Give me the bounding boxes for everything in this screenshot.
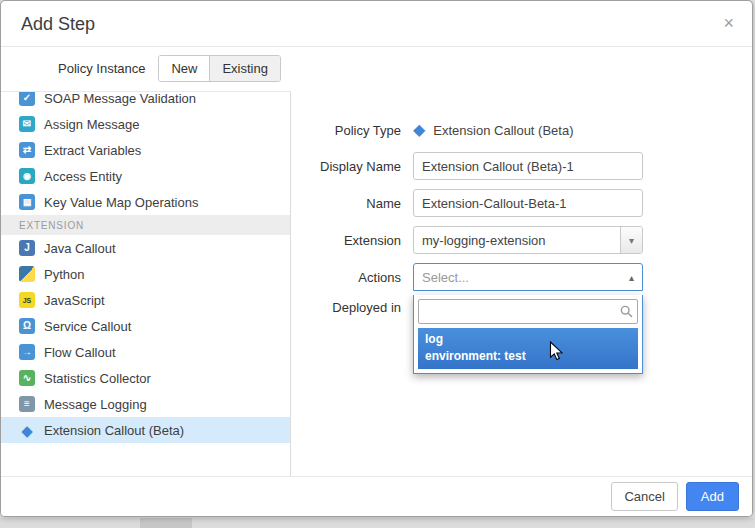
sidebar-item-access-entity[interactable]: ◉ Access Entity (1, 163, 290, 189)
extension-row: Extension my-logging-extension ▾ (291, 226, 752, 254)
actions-dropdown-panel: log environment: test (413, 295, 643, 374)
extension-callout-icon: ◆ (413, 122, 425, 138)
extension-section-header: EXTENSION (1, 215, 290, 235)
policy-instance-label: Policy Instance (58, 61, 145, 76)
sidebar-item-label: Java Callout (44, 241, 116, 256)
sidebar-item-label: Extension Callout (Beta) (44, 423, 184, 438)
dropdown-option-log[interactable]: log environment: test (418, 328, 638, 369)
dropdown-search (418, 299, 638, 324)
name-input[interactable] (413, 189, 643, 217)
sidebar-item-label: Assign Message (44, 117, 139, 132)
sidebar-item-flow-callout[interactable]: → Flow Callout (1, 339, 290, 365)
extension-callout-icon: ◆ (19, 422, 35, 438)
assign-message-icon: ✉ (19, 116, 35, 132)
service-callout-icon: Ω (19, 318, 35, 334)
option-title: log (425, 332, 631, 346)
modal-footer: Cancel Add (1, 476, 752, 516)
actions-select[interactable]: Select... ▴ (413, 263, 643, 291)
sidebar-item-soap-message-validation[interactable]: ✓ SOAP Message Validation (1, 91, 290, 111)
add-step-modal: Add Step × Policy Instance New Existing … (0, 0, 753, 517)
java-callout-icon: J (19, 240, 35, 256)
sidebar-item-label: Access Entity (44, 169, 122, 184)
existing-tab-button[interactable]: Existing (209, 56, 280, 81)
policy-instance-row: Policy Instance New Existing (1, 47, 752, 90)
javascript-icon: JS (19, 292, 35, 308)
chevron-down-icon: ▾ (620, 227, 642, 253)
display-name-label: Display Name (291, 159, 401, 174)
key-value-map-icon: ▤ (19, 194, 35, 210)
policy-type-row: Policy Type ◆ Extension Callout (Beta) (291, 122, 752, 138)
sidebar-item-label: Service Callout (44, 319, 131, 334)
name-label: Name (291, 196, 401, 211)
sidebar-item-label: Key Value Map Operations (44, 195, 198, 210)
statistics-collector-icon: ∿ (19, 370, 35, 386)
extract-variables-icon: ⇄ (19, 142, 35, 158)
sidebar-item-label: Message Logging (44, 397, 147, 412)
sidebar-item-label: Python (44, 267, 84, 282)
actions-row: Actions Select... ▴ (291, 263, 752, 291)
modal-content: ✓ SOAP Message Validation ✉ Assign Messa… (1, 91, 752, 476)
policy-type-list[interactable]: ✓ SOAP Message Validation ✉ Assign Messa… (1, 91, 291, 476)
modal-title: Add Step (21, 14, 95, 35)
actions-label: Actions (291, 270, 401, 285)
python-icon (19, 266, 35, 282)
sidebar-item-label: JavaScript (44, 293, 105, 308)
policy-type-value: ◆ Extension Callout (Beta) (413, 122, 574, 138)
sidebar-item-label: Extract Variables (44, 143, 141, 158)
dropdown-options: log environment: test (418, 328, 638, 369)
extension-label: Extension (291, 233, 401, 248)
option-subtitle: environment: test (425, 349, 631, 363)
policy-type-text: Extension Callout (Beta) (433, 123, 573, 138)
policy-instance-toggle: New Existing (158, 55, 281, 82)
sidebar-item-assign-message[interactable]: ✉ Assign Message (1, 111, 290, 137)
dropdown-search-input[interactable] (418, 299, 638, 324)
actions-select-placeholder: Select... (422, 270, 469, 285)
modal-header: Add Step × (1, 1, 752, 47)
sidebar-item-label: SOAP Message Validation (44, 91, 196, 106)
sidebar-item-extract-variables[interactable]: ⇄ Extract Variables (1, 137, 290, 163)
sidebar-item-java-callout[interactable]: J Java Callout (1, 235, 290, 261)
page-background (0, 518, 755, 528)
search-icon (620, 305, 633, 321)
sidebar-item-javascript[interactable]: JS JavaScript (1, 287, 290, 313)
sidebar-item-service-callout[interactable]: Ω Service Callout (1, 313, 290, 339)
extension-select-value: my-logging-extension (422, 233, 546, 248)
display-name-input[interactable] (413, 152, 643, 180)
flow-callout-icon: → (19, 344, 35, 360)
display-name-row: Display Name (291, 152, 752, 180)
close-icon[interactable]: × (718, 11, 739, 36)
sidebar-item-message-logging[interactable]: ≡ Message Logging (1, 391, 290, 417)
soap-validation-icon: ✓ (19, 91, 35, 106)
new-tab-button[interactable]: New (159, 56, 209, 81)
message-logging-icon: ≡ (19, 396, 35, 412)
access-entity-icon: ◉ (19, 168, 35, 184)
add-button[interactable]: Add (686, 482, 739, 511)
sidebar-item-label: Statistics Collector (44, 371, 151, 386)
sidebar-item-label: Flow Callout (44, 345, 116, 360)
chevron-up-icon: ▴ (629, 273, 634, 283)
cancel-button[interactable]: Cancel (611, 482, 677, 511)
policy-type-label: Policy Type (291, 123, 401, 138)
policy-form: Policy Type ◆ Extension Callout (Beta) D… (291, 91, 752, 476)
deployed-in-label: Deployed in (291, 300, 401, 315)
sidebar-item-extension-callout-beta[interactable]: ◆ Extension Callout (Beta) (1, 417, 290, 443)
extension-select[interactable]: my-logging-extension ▾ (413, 226, 643, 254)
name-row: Name (291, 189, 752, 217)
sidebar-item-python[interactable]: Python (1, 261, 290, 287)
sidebar-item-statistics-collector[interactable]: ∿ Statistics Collector (1, 365, 290, 391)
page-background-element (140, 518, 192, 528)
sidebar-item-key-value-map-operations[interactable]: ▤ Key Value Map Operations (1, 189, 290, 215)
